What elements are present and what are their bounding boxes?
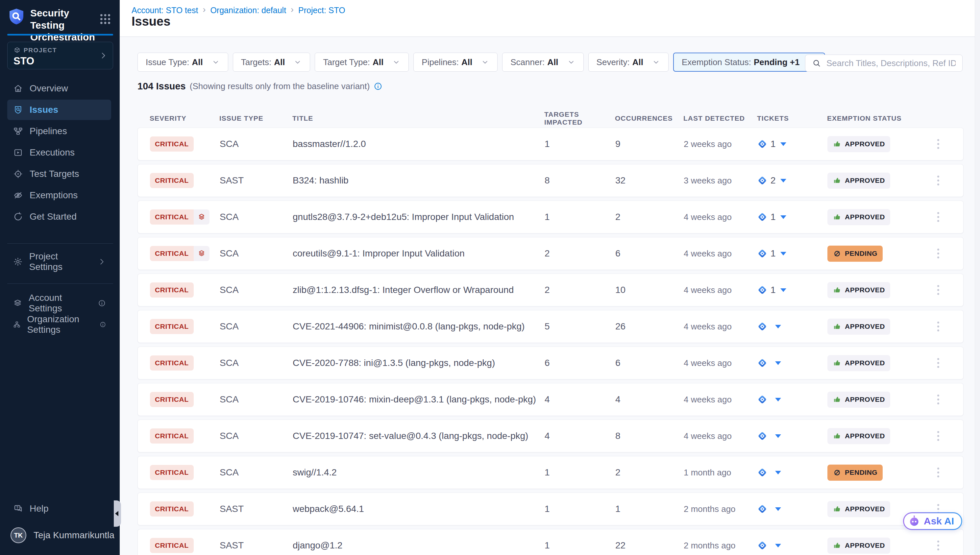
issue-row[interactable]: CRITICAL SCA CVE-2019-10746: mixin-deep@… — [138, 383, 964, 416]
column-header: TITLE — [292, 114, 544, 122]
nav-item-label: Overview — [30, 83, 68, 94]
occurrences-cell: 32 — [615, 175, 684, 186]
row-menu-button[interactable] — [932, 317, 945, 336]
issue-row[interactable]: CRITICAL SCA zlib@1:1.2.13.dfsg-1: Integ… — [138, 274, 964, 306]
status-badge: APPROVED — [828, 136, 890, 152]
row-menu-button[interactable] — [932, 208, 945, 226]
project-selector[interactable]: PROJECT STO — [7, 42, 113, 69]
breadcrumb-link[interactable]: Account: STO test — [132, 6, 198, 15]
ticket-dropdown[interactable]: 1 — [757, 139, 828, 149]
sidebar-item-organization-settings[interactable]: Organization Settings — [7, 314, 111, 335]
issue-row[interactable]: CRITICAL SAST webpack@5.64.1 1 1 2 month… — [138, 492, 964, 525]
ticket-dropdown[interactable] — [757, 431, 828, 441]
sidebar-item-get-started[interactable]: Get Started — [7, 207, 111, 227]
sidebar-item-exemptions[interactable]: Exemptions — [7, 185, 111, 205]
severity-badge: CRITICAL — [150, 282, 194, 298]
issue-row[interactable]: CRITICAL SAST B324: hashlib 8 32 3 weeks… — [138, 164, 964, 197]
issue-row[interactable]: CRITICAL SCA bassmaster//1.2.0 1 9 2 wee… — [138, 128, 964, 160]
ticket-dropdown[interactable]: 2 — [757, 175, 828, 186]
user-menu[interactable]: TK Teja Kummarikuntla — [0, 528, 120, 543]
jira-ticket-icon — [757, 358, 767, 368]
severity-badge: CRITICAL — [150, 319, 194, 334]
row-menu-button[interactable] — [932, 281, 945, 299]
scrollbar-track[interactable] — [975, 0, 980, 555]
ticket-dropdown[interactable] — [757, 504, 828, 514]
sidebar-item-issues[interactable]: Issues — [7, 99, 111, 120]
info-icon[interactable] — [374, 82, 382, 91]
breadcrumb-link[interactable]: Project: STO — [298, 6, 345, 15]
filter-exemption-status[interactable]: Exemption Status: Pending +1 — [673, 53, 825, 72]
filter-issue-type[interactable]: Issue Type: All — [138, 53, 228, 72]
ticket-dropdown[interactable]: 1 — [757, 212, 828, 222]
ticket-dropdown[interactable] — [757, 322, 828, 331]
row-menu-button[interactable] — [932, 536, 945, 555]
row-menu-button[interactable] — [932, 135, 945, 153]
last-detected-cell: 4 weeks ago — [684, 212, 757, 222]
app-switcher-grid-icon[interactable] — [99, 13, 112, 26]
status-label: APPROVED — [845, 176, 885, 184]
sidebar-item-pipelines[interactable]: Pipelines — [7, 121, 111, 141]
filter-label: Target Type: — [323, 57, 370, 67]
filter-targets[interactable]: Targets: All — [233, 53, 310, 72]
occurrences-cell: 2 — [615, 212, 684, 222]
info-icon[interactable] — [99, 320, 106, 329]
severity-cell: CRITICAL — [150, 319, 220, 334]
ticket-dropdown[interactable]: 1 — [757, 285, 828, 295]
issue-type-cell: SCA — [220, 431, 293, 441]
ticket-dropdown[interactable] — [757, 395, 828, 404]
app-title: Security Testing Orchestration — [30, 7, 93, 43]
search-input[interactable] — [826, 58, 956, 68]
sidebar-item-executions[interactable]: Executions — [7, 142, 111, 163]
sidebar-item-project-settings[interactable]: Project Settings — [7, 252, 111, 272]
exemption-status-cell: APPROVED — [828, 319, 932, 335]
pipelines-icon — [13, 126, 23, 136]
row-menu-button[interactable] — [932, 463, 945, 482]
ticket-dropdown[interactable] — [757, 468, 828, 477]
caret-down-icon — [775, 325, 781, 329]
row-menu-button[interactable] — [932, 354, 945, 372]
ticket-dropdown[interactable] — [757, 541, 828, 550]
filter-pipelines[interactable]: Pipelines: All — [413, 53, 497, 72]
filter-value: All — [192, 57, 203, 67]
page-header: Account: STO test › Organization: defaul… — [120, 0, 980, 37]
project-label: PROJECT — [24, 47, 57, 54]
ask-ai-button[interactable]: Ask AI — [903, 512, 962, 530]
info-icon[interactable] — [98, 299, 106, 307]
ticket-dropdown[interactable]: 1 — [757, 248, 828, 259]
issue-row[interactable]: CRITICAL SCA gnutls28@3.7.9-2+deb12u5: I… — [138, 201, 964, 233]
issue-row[interactable]: CRITICAL SCA coreutils@9.1-1: Improper I… — [138, 237, 964, 270]
row-menu-button[interactable] — [932, 171, 945, 190]
row-menu-button[interactable] — [932, 427, 945, 445]
targets-impacted-cell: 1 — [545, 139, 615, 149]
caret-down-icon — [775, 471, 781, 475]
last-detected-cell: 4 weeks ago — [684, 249, 757, 259]
last-detected-cell: 4 weeks ago — [684, 285, 757, 295]
targets-impacted-cell: 5 — [545, 321, 615, 332]
issue-title-cell: swig//1.4.2 — [293, 467, 545, 478]
column-header: TICKETS — [757, 114, 827, 122]
row-menu-button[interactable] — [932, 244, 945, 263]
ticket-dropdown[interactable] — [757, 358, 828, 368]
sidebar-item-overview[interactable]: Overview — [7, 78, 111, 99]
filter-scanner[interactable]: Scanner: All — [502, 53, 584, 72]
status-label: APPROVED — [845, 542, 885, 549]
help-button[interactable]: ? Help — [7, 499, 113, 519]
issue-row[interactable]: CRITICAL SCA CVE-2019-10747: set-value@0… — [138, 420, 964, 452]
filter-target-type[interactable]: Target Type: All — [315, 53, 409, 72]
issue-row[interactable]: CRITICAL SCA CVE-2020-7788: ini@1.3.5 (l… — [138, 346, 964, 379]
sidebar-item-test-targets[interactable]: Test Targets — [7, 164, 111, 184]
severity-cell: CRITICAL — [150, 392, 220, 407]
row-menu-button[interactable] — [932, 390, 945, 409]
issue-row[interactable]: CRITICAL SCA swig//1.4.2 1 2 1 month ago — [138, 456, 964, 489]
column-header: ISSUE TYPE — [219, 114, 292, 122]
filter-value: All — [461, 57, 472, 67]
breadcrumb-link[interactable]: Organization: default — [210, 6, 286, 15]
issue-row[interactable]: CRITICAL SAST django@1.2 1 22 2 months a… — [138, 529, 964, 555]
jira-ticket-icon — [757, 541, 767, 550]
sidebar-item-account-settings[interactable]: Account Settings — [7, 293, 111, 313]
issue-row[interactable]: CRITICAL SCA CVE-2021-44906: minimist@0.… — [138, 310, 964, 343]
page-title: Issues — [132, 14, 170, 29]
filter-severity[interactable]: Severity: All — [588, 53, 669, 72]
filter-label: Pipelines: — [422, 57, 459, 67]
last-detected-cell: 1 month ago — [684, 468, 757, 478]
